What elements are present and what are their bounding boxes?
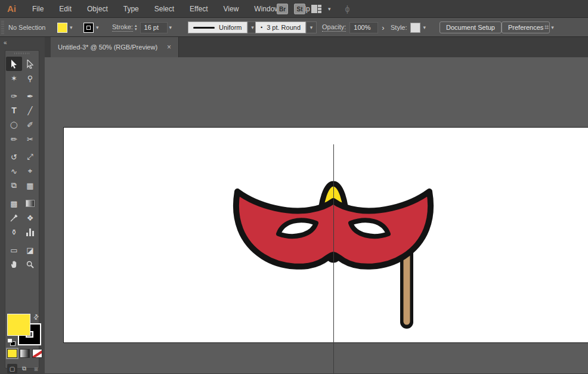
ellipse-tool[interactable]: ◯ [6, 118, 22, 132]
scissors-tool[interactable]: ✂ [22, 132, 38, 146]
variable-width-profile-dropdown[interactable]: Uniform [188, 21, 247, 33]
magic-wand-tool[interactable]: ✶ [6, 71, 22, 85]
fill-color-swatch[interactable] [57, 23, 67, 33]
color-mode-row [7, 349, 42, 358]
menu-type[interactable]: Type [116, 0, 147, 18]
stroke-label[interactable]: Stroke: [112, 23, 133, 32]
center-guide-line [333, 144, 334, 373]
artboard-tool[interactable]: ▭ [6, 243, 22, 257]
fill-stroke-cluster: ⇄ [5, 312, 40, 349]
artboard[interactable] [63, 127, 588, 343]
column-graph-tool[interactable] [22, 225, 38, 239]
select-similar-chevron-icon[interactable]: ▾ [551, 24, 554, 30]
menu-file[interactable]: File [24, 0, 51, 18]
scale-tool[interactable]: ⤢ [22, 150, 38, 164]
control-bar: No Selection ▾ ▾ Stroke: ▴▾ 16 pt ▾ Unif… [0, 18, 588, 37]
column-graph-icon [26, 228, 34, 236]
pen-tool[interactable]: ✒ [22, 89, 38, 103]
canvas-area[interactable] [45, 57, 588, 373]
draw-inside-icon: ◙ [31, 364, 41, 373]
tools-dock: « ✶ ⚲ ✑ ✒ T [0, 37, 45, 373]
fill-chevron-icon[interactable]: ▾ [70, 24, 73, 30]
menu-view[interactable]: View [216, 0, 247, 18]
eyedropper-icon [10, 214, 18, 222]
mesh-tool[interactable]: ▩ [6, 196, 22, 211]
zoom-tool[interactable] [22, 257, 38, 271]
shape-builder-tool[interactable]: ⧉ [6, 178, 22, 193]
fill-indicator[interactable] [7, 314, 30, 336]
workspace-switcher-icon[interactable] [311, 5, 322, 13]
stroke-weight-input[interactable]: 16 pt [140, 22, 168, 33]
document-tab[interactable]: Untitled-3* @ 50% (RGB/Preview) × [51, 37, 179, 57]
style-label: Style: [391, 24, 407, 31]
draw-behind-icon[interactable]: ⧉ [19, 364, 29, 373]
stroke-color-swatch[interactable] [83, 23, 94, 33]
direct-selection-arrow-icon [26, 60, 34, 69]
symbol-sprayer-tool[interactable]: ⚱ [6, 225, 22, 239]
type-tool[interactable]: T [6, 103, 22, 118]
mask-artwork[interactable] [63, 127, 588, 343]
magnifier-icon [26, 261, 34, 268]
hand-tool[interactable] [6, 257, 22, 271]
stock-button[interactable]: St [294, 4, 305, 14]
tab-close-icon[interactable]: × [167, 43, 171, 51]
swap-fill-stroke-icon[interactable]: ⇄ [32, 313, 41, 322]
document-tab-title: Untitled-3* @ 50% (RGB/Preview) [58, 44, 157, 51]
gradient-tool[interactable] [22, 196, 38, 211]
paintbrush-tool[interactable]: ✐ [22, 118, 38, 132]
style-swatch[interactable] [410, 23, 420, 33]
none-button[interactable] [32, 349, 42, 358]
menu-object[interactable]: Object [79, 0, 116, 18]
perspective-grid-tool[interactable]: ▦ [22, 178, 38, 193]
curvature-tool[interactable]: ✑ [6, 89, 22, 103]
stroke-stepper[interactable]: ▴▾ [135, 24, 137, 31]
right-eye-hole [351, 220, 388, 236]
control-bar-grip[interactable] [1, 20, 4, 34]
tools-panel: ✶ ⚲ ✑ ✒ T ╱ ◯ ✐ ✏ ✂ ↺ ⤢ ∿ ⌖ ⧉ ▦ [5, 50, 39, 369]
opacity-expand-icon[interactable]: › [382, 23, 384, 32]
puppet-warp-tool[interactable]: ⌖ [22, 164, 38, 178]
slice-tool[interactable]: ◪ [22, 243, 38, 257]
bridge-button[interactable]: Br [277, 4, 288, 14]
menu-effect[interactable]: Effect [182, 0, 215, 18]
document-setup-button[interactable]: Document Setup [440, 21, 502, 33]
width-profile-preview [193, 27, 215, 29]
brush-chevron-icon[interactable]: ▾ [306, 21, 317, 33]
eyedropper-tool[interactable] [6, 211, 22, 225]
pencil-tool[interactable]: ✏ [6, 132, 22, 146]
menu-select[interactable]: Select [147, 0, 182, 18]
menu-edit[interactable]: Edit [51, 0, 79, 18]
illustrator-logo: Ai [0, 4, 24, 14]
default-fill-stroke-icon[interactable] [7, 338, 16, 346]
left-eye-hole [278, 220, 316, 236]
workspace-chevron-icon[interactable]: ▾ [328, 6, 331, 12]
menu-bar: Ai File Edit Object Type Select Effect V… [0, 0, 588, 18]
gradient-button[interactable] [20, 349, 30, 358]
selection-status: No Selection [8, 18, 45, 37]
opacity-label[interactable]: Opacity: [322, 23, 346, 32]
color-button[interactable] [7, 349, 17, 358]
tools-panel-grip[interactable] [5, 51, 39, 56]
selection-tool[interactable] [6, 57, 22, 71]
opacity-input[interactable]: 100% [349, 22, 378, 33]
direct-selection-tool[interactable] [22, 57, 38, 71]
selection-arrow-icon [10, 60, 18, 69]
select-similar-icon[interactable]: ⌗ [544, 23, 547, 32]
preferences-button[interactable]: Preferences [502, 21, 550, 33]
stroke-weight-chevron-icon[interactable]: ▾ [169, 24, 172, 30]
style-chevron-icon[interactable]: ▾ [423, 24, 426, 30]
lasso-tool[interactable]: ⚲ [22, 71, 38, 85]
drawing-modes-row: ▢ ⧉ ◙ [7, 364, 41, 373]
brush-definition-dropdown[interactable]: • 3 pt. Round [255, 21, 306, 33]
stroke-chevron-icon[interactable]: ▾ [96, 24, 99, 30]
rotate-tool[interactable]: ↺ [6, 150, 22, 164]
blend-tool[interactable]: ❖ [22, 211, 38, 225]
hand-icon [10, 260, 18, 268]
brush-dot-preview: • [261, 24, 262, 30]
collapse-panel-icon[interactable]: « [4, 39, 7, 46]
line-segment-tool[interactable]: ╱ [22, 103, 38, 118]
width-tool[interactable]: ∿ [6, 164, 22, 178]
document-tab-bar: Untitled-3* @ 50% (RGB/Preview) × [45, 37, 588, 57]
gradient-chip-icon [26, 200, 35, 207]
draw-normal-icon[interactable]: ▢ [7, 364, 17, 373]
